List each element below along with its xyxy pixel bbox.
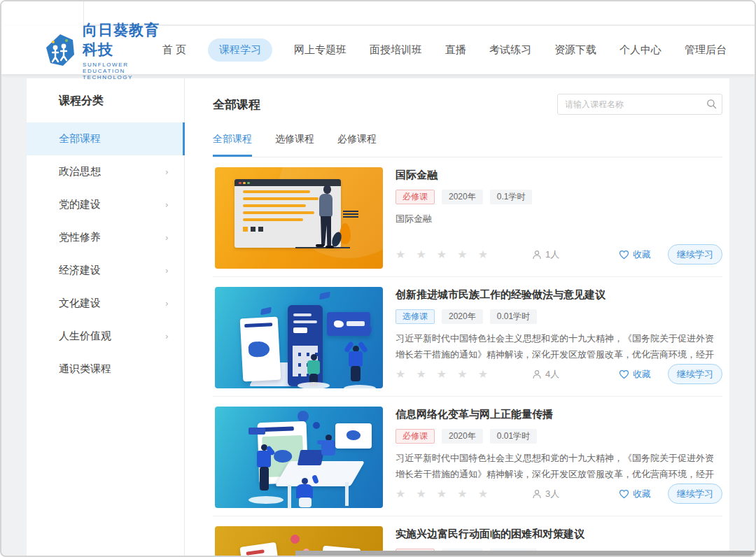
favorite-label: 收藏 — [633, 248, 651, 261]
brand-text: 向日葵教育科技 SUNFLOWER EDUCATION TECHNOLOGY — [83, 20, 161, 80]
rating-stars[interactable]: ★ ★ ★ ★ ★ — [396, 367, 491, 381]
rating-stars[interactable]: ★ ★ ★ ★ ★ — [396, 487, 491, 500]
course-hours-badge: 0.01学时 — [490, 309, 537, 324]
sidebar-item-values[interactable]: 人生价值观 › — [27, 320, 184, 353]
chevron-right-icon: › — [165, 199, 169, 210]
course-title[interactable]: 创新推进城市民族工作的经验做法与意见建议 — [396, 288, 722, 302]
course-year-badge: 2020年 — [442, 190, 483, 204]
course-thumbnail[interactable] — [215, 167, 383, 269]
chevron-right-icon: › — [165, 265, 169, 276]
continue-learning-button[interactable]: 继续学习 — [668, 364, 722, 384]
continue-learning-button[interactable]: 继续学习 — [668, 484, 722, 504]
course-row[interactable]: 国际金融 必修课 2020年 0.1学时 国际金融 ★ ★ ★ ★ ★ 1人 — [213, 157, 722, 277]
student-count: 1人 — [545, 248, 559, 261]
favorite-button[interactable]: 收藏 — [619, 368, 651, 381]
sidebar-item-label: 文化建设 — [59, 297, 101, 310]
sidebar-item-label: 通识类课程 — [59, 362, 111, 376]
course-hours-badge: 0.1学时 — [490, 190, 533, 204]
content-card: 课程分类 全部课程 政治思想 › 党的建设 › 党性修养 › 经济建设 › 文化… — [27, 78, 729, 556]
sunflower-logo-icon — [45, 34, 76, 67]
course-type-badge: 必修课 — [396, 429, 435, 444]
chevron-right-icon: › — [165, 298, 169, 309]
student-count: 4人 — [545, 368, 559, 381]
nav-item-profile[interactable]: 个人中心 — [618, 38, 663, 62]
brand-name: 向日葵教育科技 — [83, 20, 161, 59]
course-title[interactable]: 实施兴边富民行动面临的困难和对策建议 — [396, 528, 722, 541]
nav-item-home[interactable]: 首 页 — [161, 38, 188, 62]
rating-stars[interactable]: ★ ★ ★ ★ ★ — [396, 248, 491, 261]
sidebar-item-politics[interactable]: 政治思想 › — [27, 155, 184, 188]
search-icon[interactable] — [706, 99, 717, 109]
course-row[interactable]: 信息网络化变革与网上正能量传播 必修课 2020年 0.01学时 习近平新时代中… — [213, 397, 722, 516]
heart-icon — [619, 250, 629, 260]
tab-all-courses[interactable]: 全部课程 — [213, 133, 252, 157]
nav-item-downloads[interactable]: 资源下载 — [553, 38, 598, 62]
course-year-badge: 2020年 — [442, 429, 483, 444]
person-icon — [532, 250, 542, 260]
tab-elective-courses[interactable]: 选修课程 — [275, 133, 314, 157]
category-sidebar: 课程分类 全部课程 政治思想 › 党的建设 › 党性修养 › 经济建设 › 文化… — [27, 78, 185, 556]
course-description: 习近平新时代中国特色社会主义思想和党的十九大精神，《国务院关于促进外资增长若干措… — [396, 331, 722, 363]
brand-subtitle: SUNFLOWER EDUCATION TECHNOLOGY — [83, 62, 161, 80]
nav-item-admin[interactable]: 管理后台 — [683, 38, 728, 62]
course-row[interactable]: 创新推进城市民族工作的经验做法与意见建议 选修课 2020年 0.01学时 习近… — [213, 277, 722, 397]
sidebar-item-general[interactable]: 通识类课程 — [27, 353, 184, 386]
nav-item-offline-class[interactable]: 面授培训班 — [368, 38, 424, 62]
course-list-panel: 全部课程 全部课程 选修课程 必修课程 — [185, 78, 729, 556]
favorite-button[interactable]: 收藏 — [619, 488, 651, 500]
sidebar-item-economy[interactable]: 经济建设 › — [27, 254, 184, 287]
course-year-badge: 2020年 — [442, 309, 483, 324]
sidebar-item-culture[interactable]: 文化建设 › — [27, 287, 184, 320]
sidebar-item-label: 人生价值观 — [59, 330, 111, 343]
sidebar-item-label: 全部课程 — [59, 132, 101, 146]
favorite-button[interactable]: 收藏 — [619, 248, 651, 261]
nav-item-exam[interactable]: 考试练习 — [488, 38, 533, 62]
brand-logo[interactable]: 向日葵教育科技 SUNFLOWER EDUCATION TECHNOLOGY — [45, 20, 161, 80]
course-type-badge: 选修课 — [396, 309, 435, 324]
chevron-right-icon: › — [165, 167, 169, 177]
sidebar-item-label: 政治思想 — [59, 165, 101, 178]
app-window: 向日葵教育科技 SUNFLOWER EDUCATION TECHNOLOGY 首… — [0, 0, 756, 557]
person-icon — [532, 489, 542, 499]
horizontal-scrollbar[interactable] — [295, 551, 755, 556]
continue-learning-button[interactable]: 继续学习 — [668, 244, 722, 265]
heart-icon — [619, 489, 629, 499]
search-input[interactable] — [557, 94, 722, 115]
course-tabs: 全部课程 选修课程 必修课程 — [213, 133, 722, 157]
site-header: 向日葵教育科技 SUNFLOWER EDUCATION TECHNOLOGY 首… — [1, 26, 755, 74]
student-count: 3人 — [545, 488, 559, 500]
course-thumbnail[interactable] — [215, 407, 383, 508]
sidebar-item-party-building[interactable]: 党的建设 › — [27, 188, 184, 221]
favorite-label: 收藏 — [633, 368, 651, 381]
course-description: 国际金融 — [396, 211, 722, 227]
page-title: 全部课程 — [213, 97, 260, 113]
favorite-label: 收藏 — [633, 488, 651, 500]
sidebar-item-label: 党性修养 — [59, 231, 101, 244]
nav-item-courses[interactable]: 课程学习 — [208, 38, 272, 62]
chevron-right-icon: › — [165, 331, 169, 341]
sidebar-item-label: 经济建设 — [59, 264, 101, 277]
sidebar-title: 课程分类 — [27, 94, 184, 122]
sidebar-item-party-spirit[interactable]: 党性修养 › — [27, 221, 184, 254]
nav-item-live[interactable]: 直播 — [444, 38, 468, 62]
sidebar-item-label: 党的建设 — [59, 198, 101, 211]
course-title[interactable]: 国际金融 — [396, 169, 722, 182]
course-hours-badge: 0.01学时 — [490, 429, 537, 444]
nav-item-online-class[interactable]: 网上专题班 — [293, 38, 348, 62]
chevron-right-icon: › — [165, 232, 169, 243]
tab-required-courses[interactable]: 必修课程 — [337, 133, 377, 157]
person-icon — [532, 369, 542, 379]
course-thumbnail[interactable] — [215, 287, 383, 388]
sidebar-item-all-courses[interactable]: 全部课程 — [27, 122, 184, 155]
course-title[interactable]: 信息网络化变革与网上正能量传播 — [396, 408, 722, 421]
course-search — [557, 94, 722, 115]
heart-icon — [619, 369, 629, 379]
main-nav: 首 页 课程学习 网上专题班 面授培训班 直播 考试练习 资源下载 个人中心 管… — [161, 38, 728, 62]
course-type-badge: 必修课 — [396, 190, 435, 204]
course-description: 习近平新时代中国特色社会主义思想和党的十九大精神，《国务院关于促进外资增长若干措… — [396, 451, 722, 483]
